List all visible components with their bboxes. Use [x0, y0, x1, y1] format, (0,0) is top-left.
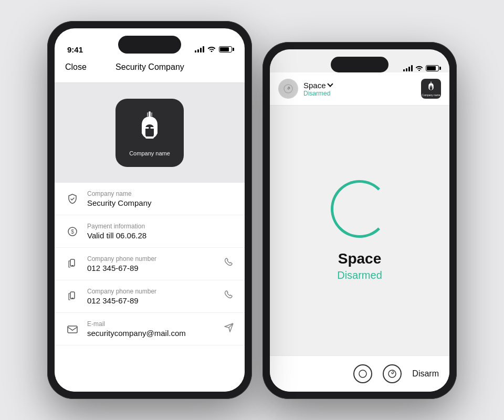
- svg-rect-17: [431, 87, 433, 87]
- space-big-name: Space: [338, 250, 382, 267]
- action-icon-2[interactable]: [383, 364, 402, 383]
- svg-rect-13: [68, 326, 77, 333]
- call-button-2[interactable]: [224, 290, 234, 303]
- send-email-button[interactable]: [224, 322, 234, 335]
- nav-title: Security Company: [87, 62, 213, 72]
- email-label: E-mail: [87, 320, 216, 328]
- list-item: Company name Security Company: [55, 183, 245, 215]
- payment-icon: $: [65, 224, 80, 239]
- disarm-circle: [331, 180, 388, 238]
- left-screen-content: Close Security Company: [55, 28, 245, 392]
- svg-point-18: [359, 370, 366, 377]
- phone2-label: Company phone number: [87, 288, 216, 295]
- email-icon: [65, 322, 80, 337]
- svg-rect-5: [145, 136, 154, 139]
- company-logo-label: Company name: [422, 93, 440, 97]
- space-avatar-icon: [282, 83, 294, 94]
- email-field: E-mail securitycompany@mail.com: [87, 320, 216, 338]
- email-value: securitycompany@mail.com: [87, 329, 216, 338]
- svg-rect-4: [150, 127, 154, 129]
- chevron-down-icon: [327, 81, 333, 87]
- space-name-row: Space Disarmed: [303, 81, 332, 97]
- list-item: Company phone number 012 345-67-89: [55, 280, 245, 313]
- right-phone: Space Disarmed: [262, 42, 457, 399]
- wifi-icon-right: [415, 64, 423, 73]
- logo-section: Company name: [55, 83, 245, 183]
- dynamic-island-left: [118, 36, 181, 54]
- shield-icon: [65, 192, 80, 206]
- info-list: Company name Security Company $: [55, 183, 245, 392]
- phone1-value: 012 345-67-89: [87, 264, 216, 272]
- battery-icon: [219, 46, 232, 52]
- svg-rect-2: [151, 112, 152, 117]
- svg-rect-10: [71, 265, 74, 266]
- right-screen-content: Space Disarmed: [270, 49, 449, 392]
- company-logo-small: Company name: [421, 79, 441, 99]
- right-main: Space Disarmed: [270, 106, 449, 355]
- status-icons-left: [195, 46, 232, 54]
- action-icon-1[interactable]: [353, 364, 372, 383]
- disarm-button[interactable]: Disarm: [412, 369, 439, 379]
- right-status-icons: [403, 64, 439, 73]
- logo-card-label: Company name: [129, 150, 170, 156]
- phone-device-icon: [65, 257, 80, 271]
- phone-device-icon-2: [65, 289, 80, 304]
- list-item: Company phone number 012 345-67-89: [55, 248, 245, 280]
- scene: 9:41: [47, 21, 457, 399]
- close-button[interactable]: Close: [65, 62, 87, 72]
- phone1-field: Company phone number 012 345-67-89: [87, 255, 216, 272]
- svg-text:$: $: [71, 229, 74, 235]
- space-info: Space Disarmed: [278, 79, 332, 99]
- svg-rect-3: [145, 127, 149, 129]
- list-item: $ Payment information Valid till 06.06.2…: [55, 215, 245, 248]
- space-big-status: Disarmed: [337, 269, 382, 281]
- svg-rect-16: [429, 87, 431, 87]
- dynamic-island-right: [331, 57, 388, 72]
- svg-rect-1: [147, 112, 148, 117]
- space-avatar: [278, 79, 298, 99]
- payment-value: Valid till 06.06.28: [87, 231, 234, 240]
- wifi-icon: [207, 46, 216, 54]
- left-phone: 9:41: [47, 21, 252, 399]
- payment-field: Payment information Valid till 06.06.28: [87, 223, 234, 240]
- list-item: E-mail securitycompany@mail.com: [55, 313, 245, 345]
- phone2-value: 012 345-67-89: [87, 296, 216, 305]
- phone2-field: Company phone number 012 345-67-89: [87, 288, 216, 305]
- bottom-icons: [353, 364, 402, 383]
- company-name-label: Company name: [87, 190, 234, 197]
- company-name-value: Security Company: [87, 198, 234, 207]
- call-button-1[interactable]: [224, 257, 234, 270]
- battery-icon-right: [426, 65, 439, 71]
- svg-rect-12: [71, 298, 74, 299]
- space-name: Space: [303, 81, 332, 90]
- signal-icon-right: [403, 65, 413, 71]
- payment-label: Payment information: [87, 223, 234, 230]
- svg-point-14: [284, 85, 292, 93]
- phone1-label: Company phone number: [87, 255, 216, 262]
- right-bottom: Disarm: [270, 355, 449, 392]
- logo-card: Company name: [116, 99, 184, 167]
- signal-icon: [195, 46, 204, 52]
- svg-rect-6: [149, 124, 151, 131]
- space-status: Disarmed: [303, 90, 332, 97]
- helmet-icon: [131, 109, 168, 146]
- status-time: 9:41: [67, 45, 83, 54]
- company-name-field: Company name Security Company: [87, 190, 234, 207]
